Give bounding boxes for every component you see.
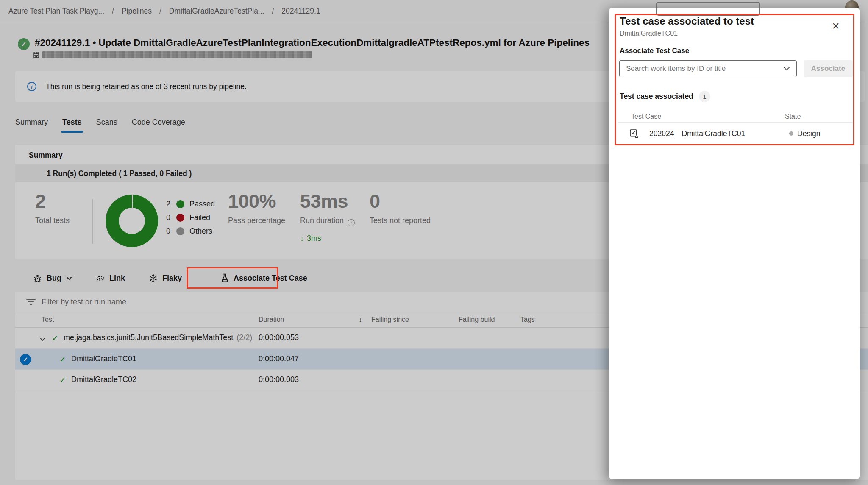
test-case-state: Design — [789, 129, 820, 138]
test-case-name[interactable]: DmittalGradleTC01 — [682, 129, 745, 138]
state-dot-icon — [789, 131, 793, 136]
header-search-box[interactable] — [656, 2, 760, 16]
associated-test-case-row[interactable]: 202024 DmittalGradleTC01 Design — [618, 123, 853, 145]
panel-title: Test case associated to test — [620, 15, 754, 27]
work-item-search-input[interactable] — [626, 64, 783, 73]
associate-test-case-panel: Test case associated to test × DmittalGr… — [609, 8, 860, 479]
associated-section-title: Test case associated — [620, 92, 693, 101]
app-screen: Azure Test Plan Task Playg... / Pipeline… — [0, 0, 868, 485]
state-text: Design — [797, 129, 820, 138]
associate-button[interactable]: Associate — [804, 60, 853, 77]
panel-subtitle: DmittalGradleTC01 — [620, 30, 678, 37]
associate-test-case-heading: Associate Test Case — [620, 47, 689, 55]
associated-section-header: Test case associated 1 — [620, 91, 710, 102]
panel-column-state: State — [785, 113, 801, 120]
panel-column-test-case: Test Case — [631, 113, 661, 120]
associated-count-badge: 1 — [699, 91, 710, 102]
work-item-search-field — [619, 60, 797, 77]
test-case-id[interactable]: 202024 — [649, 129, 674, 138]
close-icon[interactable]: × — [828, 18, 844, 34]
chevron-down-icon[interactable] — [783, 67, 790, 71]
test-case-icon — [629, 129, 639, 139]
